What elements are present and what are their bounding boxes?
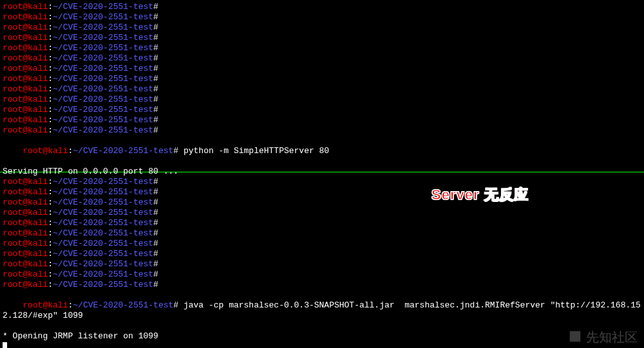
prompt-at: @ — [23, 249, 28, 259]
prompt-user: root — [3, 249, 23, 259]
prompt-user: root — [3, 95, 23, 104]
terminal-line-empty: root@kali:~/CVE-2020-2551-test# — [3, 33, 641, 43]
prompt-hash: # — [153, 125, 158, 135]
prompt-user: root — [3, 84, 23, 94]
prompt-at: @ — [23, 95, 28, 104]
prompt-hash: # — [153, 249, 158, 259]
prompt-user: root — [23, 146, 43, 156]
prompt-host: kali — [28, 2, 48, 12]
prompt-path: ~/CVE-2020-2551-test — [53, 218, 153, 228]
prompt-user: root — [3, 23, 23, 32]
prompt-path: ~/CVE-2020-2551-test — [53, 280, 153, 289]
prompt-path: ~/CVE-2020-2551-test — [53, 228, 153, 238]
prompt-user: root — [3, 218, 23, 228]
terminal-line-empty: root@kali:~/CVE-2020-2551-test# — [3, 115, 641, 125]
prompt-at: @ — [23, 218, 28, 228]
prompt-path: ~/CVE-2020-2551-test — [53, 259, 153, 269]
prompt-user: root — [3, 64, 23, 73]
terminal-line-empty: root@kali:~/CVE-2020-2551-test# — [3, 249, 641, 259]
prompt-hash: # — [153, 218, 158, 228]
terminal-line-empty: root@kali:~/CVE-2020-2551-test# — [3, 125, 641, 136]
prompt-user: root — [3, 280, 23, 289]
prompt-at: @ — [23, 43, 28, 53]
prompt-at: @ — [23, 280, 28, 289]
prompt-host: kali — [28, 84, 48, 94]
prompt-hash: # — [153, 259, 158, 269]
prompt-host: kali — [28, 197, 48, 207]
prompt-user: root — [3, 208, 23, 217]
prompt-host: kali — [28, 218, 48, 228]
prompt-user: root — [3, 2, 23, 12]
prompt-at: @ — [23, 74, 28, 84]
prompt-host: kali — [28, 259, 48, 269]
prompt-user: root — [3, 187, 23, 197]
prompt-user: root — [3, 228, 23, 238]
terminal-line-empty: root@kali:~/CVE-2020-2551-test# — [3, 43, 641, 53]
prompt-host: kali — [28, 228, 48, 238]
prompt-colon: : — [48, 95, 53, 104]
prompt-hash: # — [153, 53, 158, 63]
prompt-host: kali — [28, 187, 48, 197]
prompt-host: kali — [48, 146, 68, 156]
prompt-hash: # — [153, 177, 158, 187]
prompt-hash: # — [153, 197, 158, 207]
prompt-user: root — [23, 300, 43, 310]
prompt-path: ~/CVE-2020-2551-test — [53, 105, 153, 114]
prompt-hash: # — [153, 64, 158, 73]
prompt-hash: # — [153, 33, 158, 42]
prompt-colon: : — [48, 53, 53, 63]
prompt-user: root — [3, 43, 23, 53]
prompt-path: ~/CVE-2020-2551-test — [53, 270, 153, 279]
terminal-pane-bottom[interactable]: root@kali:~/CVE-2020-2551-test#root@kali… — [0, 175, 644, 348]
prompt-user: root — [3, 105, 23, 114]
terminal-pane-top[interactable]: root@kali:~/CVE-2020-2551-test#root@kali… — [0, 0, 644, 168]
watermark: 先知社区 — [568, 329, 638, 344]
prompt-path: ~/CVE-2020-2551-test — [53, 197, 153, 207]
prompt-path: ~/CVE-2020-2551-test — [53, 208, 153, 217]
prompt-colon: : — [48, 105, 53, 114]
prompt-colon: : — [48, 208, 53, 217]
terminal-line-empty: root@kali:~/CVE-2020-2551-test# — [3, 12, 641, 23]
prompt-colon: : — [48, 197, 53, 207]
prompt-colon: : — [48, 239, 53, 248]
prompt-colon: : — [48, 12, 53, 22]
terminal-line-empty: root@kali:~/CVE-2020-2551-test# — [3, 208, 641, 218]
output-line: * Opening JRMP listener on 1099 — [3, 331, 641, 342]
prompt-hash: # — [153, 84, 158, 94]
prompt-colon: : — [48, 228, 53, 238]
prompt-hash: # — [153, 74, 158, 84]
prompt-host: kali — [28, 12, 48, 22]
prompt-path: ~/CVE-2020-2551-test — [53, 64, 153, 73]
prompt-path: ~/CVE-2020-2551-test — [53, 23, 153, 32]
prompt-at: @ — [23, 33, 28, 42]
prompt-hash: # — [173, 300, 178, 310]
prompt-at: @ — [23, 115, 28, 125]
prompt-colon: : — [48, 43, 53, 53]
prompt-hash: # — [153, 228, 158, 238]
prompt-host: kali — [28, 239, 48, 248]
prompt-host: kali — [28, 43, 48, 53]
prompt-colon: : — [48, 23, 53, 32]
prompt-user: root — [3, 12, 23, 22]
prompt-user: root — [3, 115, 23, 125]
terminal-line-empty: root@kali:~/CVE-2020-2551-test# — [3, 280, 641, 290]
prompt-path: ~/CVE-2020-2551-test — [53, 74, 153, 84]
prompt-path: ~/CVE-2020-2551-test — [53, 12, 153, 22]
terminal-line-empty: root@kali:~/CVE-2020-2551-test# — [3, 95, 641, 105]
prompt-host: kali — [28, 208, 48, 217]
prompt-at: @ — [23, 23, 28, 32]
prompt-colon: : — [48, 74, 53, 84]
prompt-user: root — [3, 270, 23, 279]
prompt-path: ~/CVE-2020-2551-test — [53, 125, 153, 135]
prompt-path: ~/CVE-2020-2551-test — [53, 239, 153, 248]
terminal-line-cmd: root@kali:~/CVE-2020-2551-test# python -… — [3, 136, 641, 167]
prompt-host: kali — [28, 74, 48, 84]
prompt-hash: # — [173, 146, 178, 156]
prompt-at: @ — [23, 187, 28, 197]
prompt-at: @ — [23, 105, 28, 114]
prompt-hash: # — [153, 270, 158, 279]
cursor-line — [3, 342, 641, 348]
prompt-path: ~/CVE-2020-2551-test — [53, 84, 153, 94]
terminal-line-empty: root@kali:~/CVE-2020-2551-test# — [3, 187, 641, 197]
prompt-user: root — [3, 177, 23, 187]
